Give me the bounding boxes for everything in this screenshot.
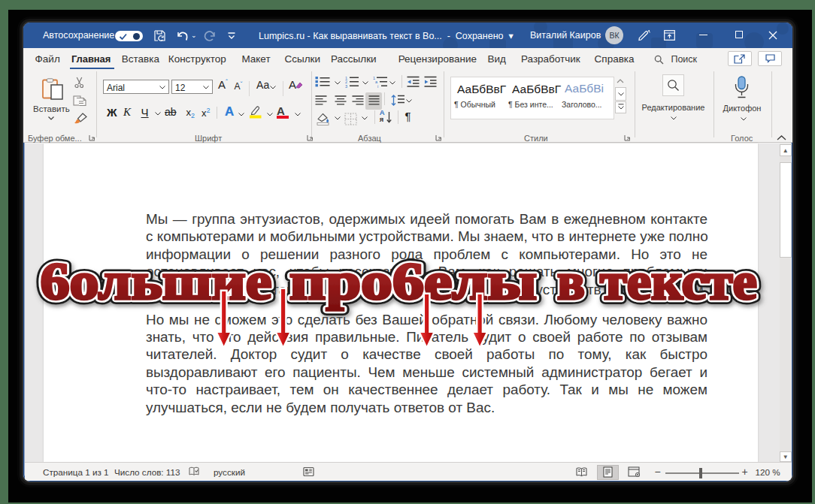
svg-text:6ольшиепро6елывтексте: 6ольшиепро6елывтексте xyxy=(41,252,758,310)
svg-text:i: i xyxy=(377,84,378,89)
svg-text:3: 3 xyxy=(345,84,347,89)
